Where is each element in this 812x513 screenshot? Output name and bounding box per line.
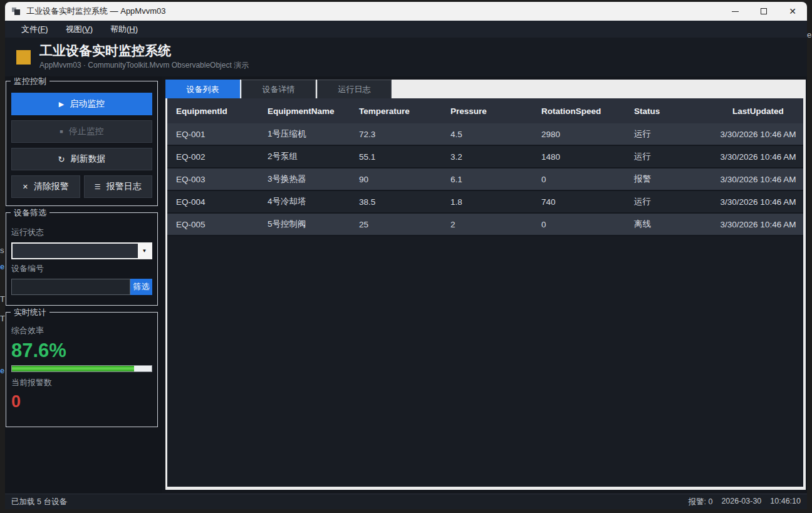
chevron-down-icon[interactable]: ▼ (138, 244, 151, 258)
cell-rotation-speed: 2980 (533, 130, 625, 139)
background-fragment: s (0, 246, 4, 255)
efficiency-progressbar (11, 365, 152, 372)
grid-header-row: EquipmentId EquipmentName Temperature Pr… (167, 98, 803, 123)
close-button[interactable]: ✕ (778, 2, 807, 21)
status-date: 2026-03-30 (721, 497, 761, 507)
cell-temperature: 72.3 (350, 130, 442, 139)
sidebar: 监控控制 ▶ 启动监控 ■ 停止监控 ↻ 刷新数据 ✕ 清除报警 (5, 76, 162, 494)
minimize-icon (732, 11, 739, 12)
table-row[interactable]: EQ-002 2号泵组 55.1 3.2 1480 运行 3/30/2026 1… (167, 146, 803, 168)
cell-last-updated: 3/30/2026 10:46 AM (713, 197, 803, 207)
refresh-icon: ↻ (58, 155, 65, 164)
device-id-input[interactable] (11, 279, 130, 295)
column-header-rotation-speed[interactable]: RotationSpeed (533, 106, 625, 116)
background-fragment: T (0, 314, 5, 323)
log-icon: ☰ (95, 183, 101, 191)
status-filter-combobox[interactable]: ▼ (11, 242, 152, 259)
alarm-count-label: 当前报警数 (11, 377, 152, 388)
group-filter-title: 设备筛选 (11, 207, 49, 219)
status-bar: 已加载 5 台设备 报警: 0 2026-03-30 10:46:10 (5, 494, 807, 509)
background-fragment: ea (807, 30, 812, 39)
tab-equipment-list[interactable]: 设备列表 (165, 80, 240, 98)
cell-rotation-speed: 0 (533, 220, 625, 229)
page-subtitle: AppMvvm03 · CommunityToolkit.Mvvm Observ… (39, 60, 249, 71)
cell-temperature: 38.5 (350, 197, 442, 207)
cell-pressure: 6.1 (442, 175, 533, 184)
clear-alarm-button[interactable]: ✕ 清除报警 (11, 175, 80, 198)
menu-file[interactable]: 文件(F) (14, 22, 56, 37)
cell-equipment-name: 1号压缩机 (259, 128, 350, 140)
cell-equipment-name: 3号换热器 (259, 174, 350, 185)
column-header-last-updated[interactable]: LastUpdated (713, 106, 803, 116)
cell-equipment-id: EQ-001 (167, 130, 259, 139)
group-monitor-control-title: 监控控制 (11, 76, 49, 87)
alarm-count-value: 0 (11, 393, 152, 410)
group-stats-title: 实时统计 (11, 307, 49, 318)
cell-temperature: 90 (350, 175, 442, 184)
device-id-label: 设备编号 (11, 263, 152, 274)
tab-equipment-detail[interactable]: 设备详情 (241, 80, 316, 98)
cell-status: 报警 (625, 174, 713, 185)
cell-pressure: 3.2 (442, 152, 533, 162)
background-fragment: T (0, 294, 5, 304)
cell-status: 运行 (625, 196, 713, 207)
menu-view[interactable]: 视图(V) (58, 22, 100, 37)
title-bar[interactable]: 工业设备实时监控系统 — AppMvvm03 ✕ (5, 2, 807, 21)
column-header-equipment-name[interactable]: EquipmentName (259, 106, 350, 116)
stop-icon: ■ (60, 128, 63, 135)
tab-strip: 设备列表 设备详情 运行日志 (165, 80, 806, 98)
table-row[interactable]: EQ-004 4号冷却塔 38.5 1.8 740 运行 3/30/2026 1… (167, 191, 803, 214)
alarm-log-button[interactable]: ☰ 报警日志 (84, 175, 153, 198)
app-header: 工业设备实时监控系统 AppMvvm03 · CommunityToolkit.… (5, 38, 807, 76)
status-filter-label: 运行状态 (11, 227, 152, 238)
table-row[interactable]: EQ-005 5号控制阀 25 2 0 离线 3/30/2026 10:46 A… (167, 214, 803, 236)
table-row[interactable]: EQ-003 3号换热器 90 6.1 0 报警 3/30/2026 10:46… (167, 168, 803, 191)
refresh-data-button[interactable]: ↻ 刷新数据 (11, 148, 152, 170)
table-row[interactable]: EQ-001 1号压缩机 72.3 4.5 2980 运行 3/30/2026 … (167, 123, 803, 146)
cell-last-updated: 3/30/2026 10:46 AM (713, 175, 803, 184)
cell-pressure: 4.5 (442, 130, 533, 139)
cell-equipment-name: 4号冷却塔 (259, 196, 350, 207)
main-area: 设备列表 设备详情 运行日志 EquipmentId EquipmentName… (162, 76, 807, 494)
maximize-button[interactable] (749, 2, 778, 21)
cell-status: 运行 (625, 151, 713, 162)
cell-equipment-id: EQ-003 (167, 175, 259, 184)
app-window: 工业设备实时监控系统 — AppMvvm03 ✕ 文件(F) 视图(V) 帮助(… (5, 2, 807, 509)
column-header-temperature[interactable]: Temperature (350, 106, 442, 116)
efficiency-progress-fill (12, 366, 134, 371)
app-icon (11, 6, 21, 16)
close-icon: ✕ (789, 7, 796, 16)
menu-help[interactable]: 帮助(H) (103, 22, 145, 37)
menu-bar: 文件(F) 视图(V) 帮助(H) (5, 21, 807, 38)
filter-button[interactable]: 筛选 (130, 279, 152, 295)
tab-run-log[interactable]: 运行日志 (317, 80, 392, 98)
cell-rotation-speed: 0 (533, 175, 625, 184)
cell-rotation-speed: 1480 (533, 152, 625, 162)
tab-control: 设备列表 设备详情 运行日志 EquipmentId EquipmentName… (165, 80, 806, 490)
cell-last-updated: 3/30/2026 10:46 AM (713, 130, 803, 139)
column-header-pressure[interactable]: Pressure (442, 106, 533, 116)
page-title: 工业设备实时监控系统 (39, 43, 249, 58)
maximize-icon (761, 8, 767, 14)
minimize-button[interactable] (721, 2, 749, 21)
cell-pressure: 2 (442, 220, 533, 229)
efficiency-label: 综合效率 (11, 325, 152, 336)
status-loaded-text: 已加载 5 台设备 (11, 497, 67, 507)
cell-rotation-speed: 740 (533, 197, 625, 207)
brand-square-icon (16, 50, 31, 65)
column-header-status[interactable]: Status (625, 106, 713, 116)
cell-equipment-id: EQ-005 (167, 220, 259, 229)
start-monitor-button[interactable]: ▶ 启动监控 (11, 93, 152, 115)
status-alarm-text: 报警: 0 (688, 497, 712, 507)
play-icon: ▶ (59, 100, 64, 108)
column-header-equipment-id[interactable]: EquipmentId (167, 106, 259, 116)
cell-equipment-id: EQ-004 (167, 197, 259, 207)
efficiency-value: 87.6% (11, 341, 152, 361)
cell-temperature: 55.1 (350, 152, 442, 162)
stop-monitor-button[interactable]: ■ 停止监控 (11, 120, 152, 143)
cell-status: 运行 (625, 128, 713, 140)
clear-icon: ✕ (23, 183, 28, 191)
cell-pressure: 1.8 (442, 197, 533, 207)
cell-temperature: 25 (350, 220, 442, 229)
equipment-list-panel: EquipmentId EquipmentName Temperature Pr… (167, 98, 803, 487)
